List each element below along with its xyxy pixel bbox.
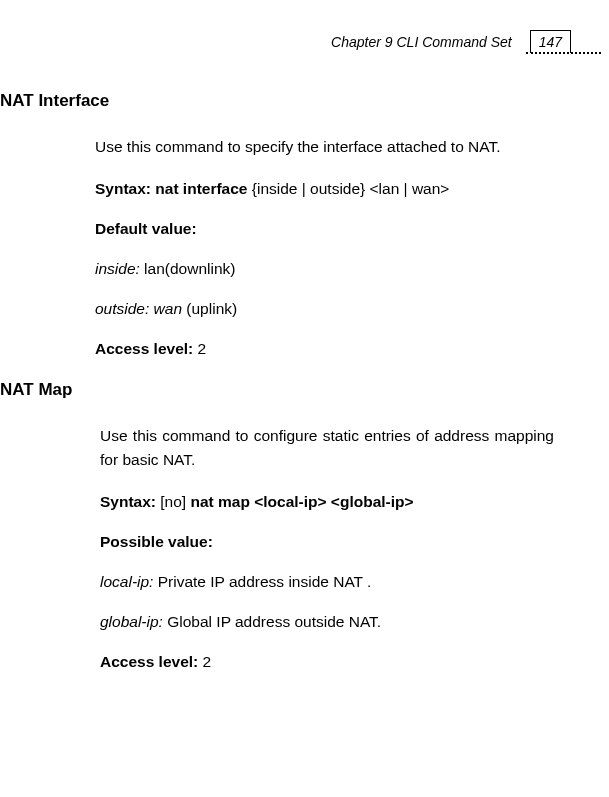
global-ip-desc: Global IP address outside NAT. (163, 613, 381, 630)
syntax-args: {inside | outside} <lan | wan> (247, 180, 449, 197)
access-level-value-map: 2 (198, 653, 211, 670)
section-heading-nat-interface: NAT Interface (0, 91, 579, 111)
param-local-ip: local-ip: Private IP address inside NAT … (100, 573, 554, 591)
syntax-label: Syntax: nat interface (95, 180, 247, 197)
syntax-line-map: Syntax: [no] nat map <local-ip> <global-… (100, 493, 554, 511)
default-outside-desc: (uplink) (182, 300, 237, 317)
access-level-label: Access level: (95, 340, 193, 357)
chapter-title: Chapter 9 CLI Command Set (331, 34, 512, 50)
possible-value-label: Possible value: (100, 533, 554, 551)
global-ip-term: global-ip: (100, 613, 163, 630)
access-level-value: 2 (193, 340, 206, 357)
default-outside-term: outside: wan (95, 300, 182, 317)
access-level-label-map: Access level: (100, 653, 198, 670)
page-number-box: 147 (530, 30, 571, 53)
param-global-ip: global-ip: Global IP address outside NAT… (100, 613, 554, 631)
page-header: Chapter 9 CLI Command Set 147 (0, 30, 579, 53)
section-body-nat-map: Use this command to configure static ent… (100, 424, 554, 671)
default-value-label: Default value: (95, 220, 549, 238)
default-outside: outside: wan (uplink) (95, 300, 549, 318)
default-inside-desc: lan(downlink) (140, 260, 236, 277)
intro-paragraph: Use this command to specify the interfac… (95, 135, 549, 158)
local-ip-term: local-ip: (100, 573, 153, 590)
access-level: Access level: 2 (95, 340, 549, 358)
local-ip-desc: Private IP address inside NAT . (153, 573, 371, 590)
syntax-line: Syntax: nat interface {inside | outside}… (95, 180, 549, 198)
syntax-prefix: Syntax: (100, 493, 156, 510)
section-heading-nat-map: NAT Map (0, 380, 579, 400)
page-content: NAT Interface Use this command to specif… (0, 61, 579, 671)
intro-paragraph-map: Use this command to configure static ent… (100, 424, 554, 471)
syntax-bold: nat map <local-ip> <global-ip> (190, 493, 413, 510)
dotted-divider (526, 52, 601, 54)
default-inside-term: inside: (95, 260, 140, 277)
default-inside: inside: lan(downlink) (95, 260, 549, 278)
section-body-nat-interface: Use this command to specify the interfac… (95, 135, 549, 358)
access-level-map: Access level: 2 (100, 653, 554, 671)
syntax-mid: [no] (156, 493, 190, 510)
